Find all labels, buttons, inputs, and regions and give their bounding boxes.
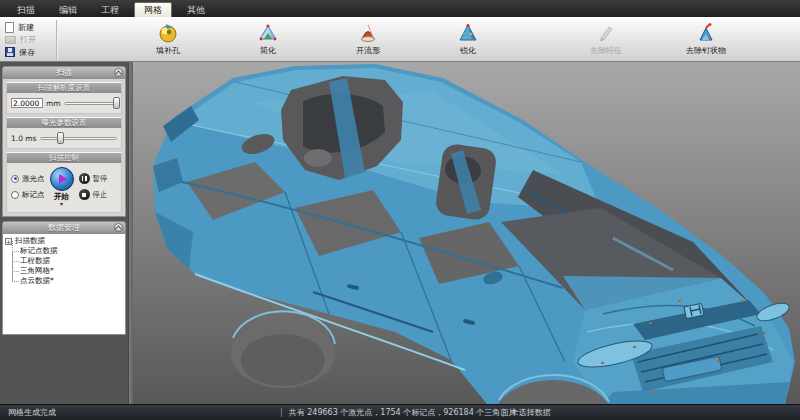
exposure-slider[interactable]: [40, 132, 117, 144]
simplify-button[interactable]: 简化: [236, 23, 300, 56]
open-manifold-label: 开流形: [356, 45, 380, 56]
data-panel-header: 数据管理: [3, 222, 125, 234]
remove-feature-button: 去除特征: [574, 23, 638, 56]
start-scan-button[interactable]: [50, 167, 74, 191]
menu-tab-project[interactable]: 工程: [92, 3, 128, 17]
exposure-group: 曝光参数设置 1.0 ms: [6, 117, 122, 149]
status-selection-text: 未选择数据: [511, 408, 551, 417]
status-separator: |: [502, 408, 505, 417]
resolution-group-title: 扫描解析度设置: [7, 83, 121, 93]
scan-panel-header: 扫描: [3, 67, 125, 79]
chevron-up-icon: [115, 225, 122, 232]
save-button[interactable]: 保存: [5, 46, 56, 58]
scan-panel-title: 扫描: [56, 68, 72, 77]
mesh-tools-group: 填补孔 简化 开流形: [58, 18, 738, 61]
new-file-icon: [5, 22, 14, 33]
open-manifold-icon: [358, 23, 378, 43]
remove-spikes-icon: [696, 23, 716, 43]
menu-tab-mesh[interactable]: 网格: [134, 2, 172, 17]
fill-holes-label: 填补孔: [156, 45, 180, 56]
status-bar: 网格生成完成 |共有 249663 个激光点，1754 个标记点，926184 …: [0, 404, 800, 420]
status-separator: |: [280, 408, 283, 417]
open-file-icon: [5, 36, 16, 44]
radio-selected-icon: [11, 175, 19, 183]
left-dock: 扫描 扫描解析度设置 mm 曝光参数设置: [0, 62, 128, 404]
data-management-panel: 数据管理 扫描数据 标记点数据 工程数据 三角网格* 点云数据*: [2, 221, 126, 335]
resolution-input[interactable]: [11, 98, 43, 108]
resolution-group: 扫描解析度设置 mm: [6, 82, 122, 114]
resolution-slider-handle[interactable]: [113, 97, 120, 109]
remove-spikes-button[interactable]: 去除钉状物: [674, 23, 738, 56]
save-icon: [5, 47, 15, 57]
status-selection: |未选择数据: [502, 405, 551, 420]
scan-control-group: 扫描控制 激光点 标记点: [6, 152, 122, 213]
remove-feature-label: 去除特征: [590, 45, 622, 56]
status-counts-text: 共有 249663 个激光点，1754 个标记点，926184 个三角面片: [289, 408, 517, 417]
status-message: 网格生成完成: [8, 405, 56, 420]
sharpen-label: 锐化: [460, 45, 476, 56]
new-button-label: 新建: [18, 22, 34, 33]
sharpen-icon: [458, 23, 478, 43]
tree-root-label: 扫描数据: [15, 236, 45, 246]
pause-label: 暂停: [93, 174, 108, 184]
pause-icon: [79, 173, 90, 184]
start-dropdown-caret[interactable]: ▾: [60, 202, 63, 206]
menu-bar: 扫描 编辑 工程 网格 其他: [0, 0, 800, 17]
tree-item-project-data[interactable]: 工程数据: [10, 256, 125, 266]
tree-expand-icon[interactable]: [5, 238, 12, 245]
tree-item-point-cloud[interactable]: 点云数据*: [10, 276, 125, 286]
remove-spikes-label: 去除钉状物: [686, 45, 726, 56]
scan-panel: 扫描 扫描解析度设置 mm 曝光参数设置: [2, 66, 126, 217]
simplify-label: 简化: [260, 45, 276, 56]
marker-point-radio[interactable]: 标记点: [11, 190, 45, 200]
exposure-value-label: 1.0 ms: [11, 134, 37, 143]
laser-point-radio[interactable]: 激光点: [11, 174, 45, 184]
data-panel-collapse-button[interactable]: [114, 223, 123, 232]
open-button: 打开: [5, 34, 56, 46]
radio-unselected-icon: [11, 191, 19, 199]
fill-holes-button[interactable]: 填补孔: [136, 23, 200, 56]
pause-button[interactable]: 暂停: [79, 173, 108, 184]
data-tree: 扫描数据 标记点数据 工程数据 三角网格* 点云数据*: [3, 234, 125, 334]
play-icon: [59, 174, 67, 184]
scan-control-title: 扫描控制: [7, 153, 121, 163]
tree-item-triangle-mesh[interactable]: 三角网格*: [10, 266, 125, 276]
stop-label: 停止: [93, 190, 108, 200]
resolution-slider-groove: [64, 102, 117, 105]
tree-item-marker-data[interactable]: 标记点数据: [10, 246, 125, 256]
menu-tab-other[interactable]: 其他: [178, 3, 214, 17]
3d-viewport[interactable]: [133, 62, 800, 404]
exposure-slider-groove: [40, 137, 117, 140]
sharpen-button[interactable]: 锐化: [436, 23, 500, 56]
new-button[interactable]: 新建: [5, 21, 56, 33]
exposure-slider-handle[interactable]: [57, 132, 64, 144]
remove-feature-icon: [596, 23, 616, 43]
menu-tab-edit[interactable]: 编辑: [50, 3, 86, 17]
exposure-group-title: 曝光参数设置: [7, 118, 121, 128]
ribbon-toolbar: 新建 打开 保存 填补孔: [0, 17, 800, 62]
scan-panel-collapse-button[interactable]: [114, 68, 123, 77]
resolution-unit-label: mm: [46, 99, 61, 108]
stop-icon: [79, 189, 90, 200]
stop-button[interactable]: 停止: [79, 189, 108, 200]
data-panel-title: 数据管理: [48, 223, 80, 232]
simplify-icon: [258, 23, 278, 43]
laser-point-label: 激光点: [22, 174, 45, 184]
save-button-label: 保存: [19, 47, 35, 58]
status-counts: |共有 249663 个激光点，1754 个标记点，926184 个三角面片: [280, 405, 516, 420]
menu-tab-scan[interactable]: 扫描: [8, 3, 44, 17]
open-manifold-button[interactable]: 开流形: [336, 23, 400, 56]
marker-point-label: 标记点: [22, 190, 45, 200]
fill-holes-icon: [158, 23, 178, 43]
chevron-up-icon: [115, 70, 122, 77]
file-button-group: 新建 打开 保存: [0, 18, 56, 61]
car-mesh-render: [133, 62, 800, 404]
application-window: 扫描 编辑 工程 网格 其他 新建 打开 保存: [0, 0, 800, 420]
resolution-slider[interactable]: [64, 97, 117, 109]
open-button-label: 打开: [20, 34, 36, 45]
tree-root-scan-data[interactable]: 扫描数据: [5, 236, 125, 246]
